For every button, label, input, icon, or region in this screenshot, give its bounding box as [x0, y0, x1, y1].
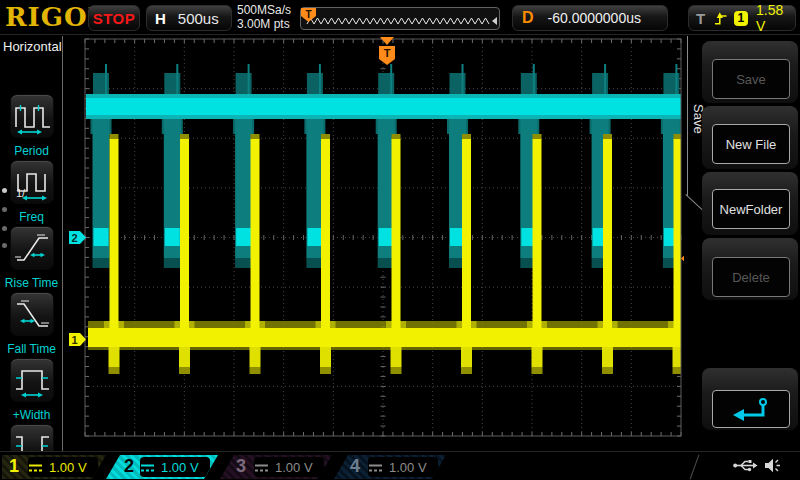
channel2-chip[interactable]: 2 1.00 V [106, 455, 218, 479]
menu-scroll-dot [2, 207, 7, 212]
channel1-chip[interactable]: 1 1.00 V [2, 455, 106, 479]
svg-text:2: 2 [71, 232, 77, 244]
coupling-dc-icon [28, 462, 43, 473]
run-state-label: STOP [93, 10, 136, 27]
waveform-traces [86, 64, 688, 374]
return-arrow-icon [729, 396, 773, 422]
coupling-dc-icon [140, 462, 155, 473]
coupling-dc-icon [368, 462, 383, 473]
menu-scroll-dot [2, 188, 7, 193]
usb-icon [733, 458, 758, 473]
plus-width-icon [10, 358, 54, 402]
acquisition-readout: 500MSa/s 3.00M pts [237, 3, 291, 31]
channel3-chip[interactable]: 3 1.00 V [220, 455, 332, 479]
rising-edge-icon [714, 11, 727, 26]
ch2-scale: 1.00 V [161, 460, 199, 475]
new-file-button[interactable]: New File [712, 124, 790, 164]
back-button[interactable] [712, 390, 790, 428]
run-stop-indicator[interactable]: STOP [88, 5, 140, 31]
freq-icon: 1/ [10, 160, 54, 204]
menu-scroll-dot [2, 243, 7, 248]
channel-status-bar: 1 1.00 V 2 1.00 V 3 [0, 451, 800, 480]
h-label: H [155, 10, 166, 27]
bottombar-divider [690, 455, 700, 480]
save-button[interactable]: Save [712, 59, 790, 99]
delay-value: -60.0000000us [548, 10, 641, 26]
beeper-icon [764, 458, 782, 473]
trigger-level-value: 1.58 V [756, 2, 795, 34]
preview-right-arrow [492, 17, 497, 25]
measure-menu: Horizontal Period 1/ [0, 36, 63, 451]
timebase-value: 500us [178, 10, 219, 27]
delay-label: D [522, 9, 534, 27]
preview-trigger-marker[interactable]: T [301, 8, 316, 22]
measure-item-pos-width[interactable]: +Width [0, 358, 63, 422]
trigger-label: T [696, 10, 705, 27]
measure-menu-title: Horizontal [0, 36, 62, 54]
delete-button[interactable]: Delete [712, 257, 790, 297]
ch3-scale: 1.00 V [275, 460, 313, 475]
waveform-display: 2 1 T T [63, 36, 700, 450]
oscilloscope-screen: RIGOL STOP H 500us 500MSa/s 3.00M pts T … [0, 0, 800, 480]
measure-item-rise-time[interactable]: Rise Time [0, 226, 63, 290]
preview-waveform [301, 8, 499, 29]
svg-text:T: T [305, 9, 311, 20]
svg-text:1: 1 [71, 334, 77, 346]
ch4-scale: 1.00 V [389, 460, 427, 475]
horizontal-timebase-button[interactable]: H 500us [146, 5, 232, 31]
fall-time-icon [10, 292, 54, 336]
coupling-dc-icon [254, 462, 269, 473]
channel4-chip[interactable]: 4 1.00 V [334, 455, 446, 479]
trigger-source-badge: 1 [734, 11, 748, 26]
period-icon [10, 94, 54, 138]
save-menu: Save Save New File NewFolder Delete [684, 36, 800, 451]
new-folder-button[interactable]: NewFolder [712, 189, 790, 229]
waveform-preview-strip[interactable]: T [300, 7, 500, 30]
memory-depth: 3.00M pts [237, 17, 291, 31]
ch1-position-marker[interactable]: 1 [69, 333, 86, 346]
ch2-position-marker[interactable]: 2 [69, 231, 86, 244]
measure-item-freq[interactable]: 1/ Freq [0, 160, 63, 224]
measure-item-period[interactable]: Period [0, 94, 63, 158]
horizontal-delay-readout[interactable]: D -60.0000000us [512, 5, 668, 31]
sample-rate: 500MSa/s [237, 3, 291, 17]
rise-time-icon [10, 226, 54, 270]
measure-item-fall-time[interactable]: Fall Time [0, 292, 63, 356]
ch1-scale: 1.00 V [49, 460, 87, 475]
top-status-bar: RIGOL STOP H 500us 500MSa/s 3.00M pts T … [0, 0, 800, 35]
menu-scroll-dot [2, 226, 7, 231]
svg-text:T: T [384, 47, 391, 59]
trigger-readout[interactable]: T 1 1.58 V [688, 5, 796, 31]
